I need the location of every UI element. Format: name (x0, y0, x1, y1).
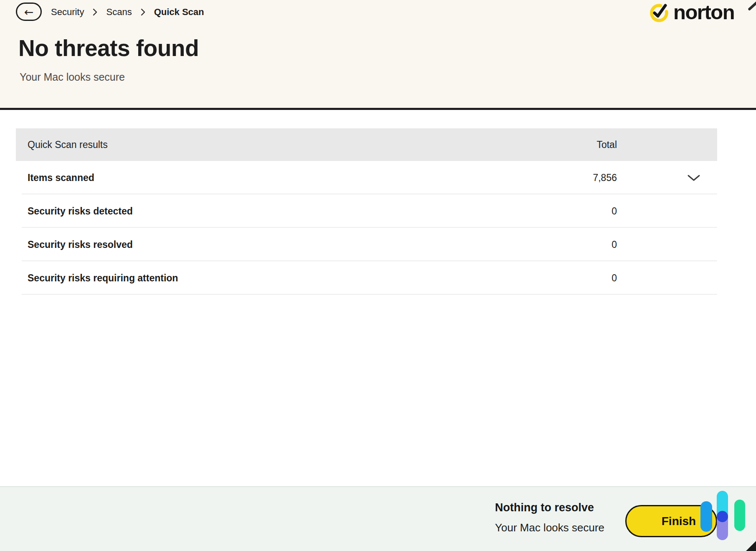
breadcrumb: Security Scans Quick Scan (51, 5, 204, 19)
row-label: Security risks requiring attention (16, 273, 533, 284)
table-row-risks-detected: Security risks detected 0 (16, 194, 717, 228)
decorative-bar-skyblue (700, 501, 712, 532)
topbar: ← Security Scans Quick Scan norton No th… (0, 0, 756, 110)
footer-status-subtitle: Your Mac looks secure (495, 521, 604, 534)
back-button[interactable]: ← (16, 3, 42, 21)
total-column-header: Total (533, 139, 617, 151)
breadcrumb-chevron-icon (141, 8, 145, 16)
norton-quick-scan-window: ← Security Scans Quick Scan norton No th… (0, 0, 756, 551)
page-subtitle: Your Mac looks secure (20, 71, 125, 83)
row-label: Items scanned (16, 172, 533, 184)
quick-scan-results-table: Quick Scan results Total Items scanned 7… (16, 128, 717, 295)
finish-button-label: Finish (662, 515, 696, 528)
decorative-bar-green (734, 500, 745, 531)
footer-status-title: Nothing to resolve (495, 501, 594, 514)
page-title: No threats found (18, 35, 199, 61)
table-title: Quick Scan results (16, 139, 533, 151)
decorative-circle-blue (717, 511, 728, 522)
row-value: 0 (533, 206, 617, 217)
back-arrow-icon: ← (24, 6, 34, 18)
breadcrumb-chevron-icon (93, 8, 97, 16)
norton-logo: norton (649, 1, 734, 25)
norton-check-icon (649, 1, 670, 25)
row-label: Security risks resolved (16, 239, 533, 250)
chevron-down-icon[interactable] (687, 174, 700, 181)
table-row-risks-resolved: Security risks resolved 0 (16, 228, 717, 261)
row-value: 0 (533, 239, 617, 250)
row-value: 7,856 (533, 172, 617, 184)
table-row-risks-requiring-attention: Security risks requiring attention 0 (16, 261, 717, 295)
footer-bar: Nothing to resolve Your Mac looks secure… (0, 486, 756, 551)
decorative-corner-wedge (745, 541, 756, 551)
norton-wordmark: norton (673, 2, 734, 23)
breadcrumb-item-security[interactable]: Security (51, 7, 84, 18)
row-value: 0 (533, 273, 617, 284)
breadcrumb-item-scans[interactable]: Scans (106, 7, 132, 18)
row-label: Security risks detected (16, 206, 533, 217)
breadcrumb-item-quick-scan: Quick Scan (154, 7, 204, 18)
decorative-corner-shape (748, 0, 756, 11)
table-row-items-scanned[interactable]: Items scanned 7,856 (16, 161, 717, 194)
table-header-row: Quick Scan results Total (16, 128, 717, 161)
